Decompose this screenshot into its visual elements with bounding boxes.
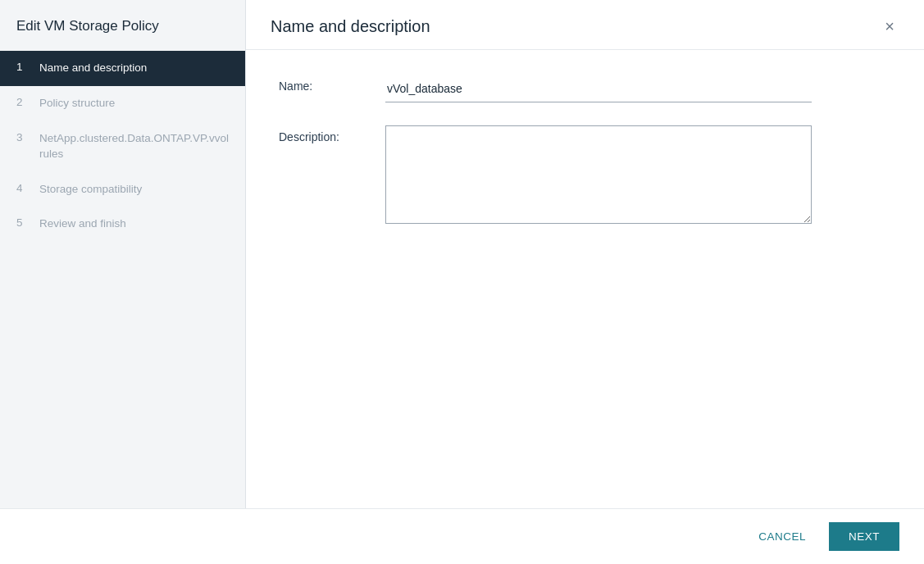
name-label: Name: <box>279 75 385 93</box>
form-area: Name: Description: <box>246 50 924 508</box>
step-2-label: Policy structure <box>39 96 115 111</box>
dialog-body: Edit VM Storage Policy 1 Name and descri… <box>0 0 924 508</box>
step-2-number: 2 <box>16 96 31 108</box>
step-4-number: 4 <box>16 182 31 194</box>
step-4-label: Storage compatibility <box>39 182 142 198</box>
step-5-number: 5 <box>16 216 31 229</box>
main-content: Name and description × Name: Description… <box>246 0 924 508</box>
description-label: Description: <box>279 125 385 143</box>
name-input[interactable] <box>385 75 812 102</box>
step-3-number: 3 <box>16 131 31 143</box>
step-3-label: NetApp.clustered.Data.ONTAP.VP.vvol rule… <box>39 131 229 162</box>
dialog-footer: CANCEL NEXT <box>0 508 924 564</box>
sidebar: Edit VM Storage Policy 1 Name and descri… <box>0 0 246 508</box>
step-1-number: 1 <box>16 61 31 73</box>
cancel-button[interactable]: CANCEL <box>745 524 819 549</box>
edit-vm-storage-policy-dialog: Edit VM Storage Policy 1 Name and descri… <box>0 0 924 564</box>
name-control-wrap <box>385 75 812 102</box>
description-control-wrap <box>385 125 812 226</box>
step-5-label: Review and finish <box>39 216 126 232</box>
main-section-title: Name and description <box>271 17 430 36</box>
sidebar-item-review-finish[interactable]: 5 Review and finish <box>0 207 245 242</box>
main-header: Name and description × <box>246 0 924 50</box>
step-1-label: Name and description <box>39 61 147 76</box>
name-form-row: Name: <box>279 75 891 102</box>
sidebar-item-name-description[interactable]: 1 Name and description <box>0 51 245 86</box>
sidebar-item-netapp-rules[interactable]: 3 NetApp.clustered.Data.ONTAP.VP.vvol ru… <box>0 121 245 172</box>
description-form-row: Description: <box>279 125 891 226</box>
next-button[interactable]: NEXT <box>829 522 899 551</box>
description-textarea[interactable] <box>385 125 812 224</box>
sidebar-item-storage-compatibility[interactable]: 4 Storage compatibility <box>0 172 245 207</box>
close-button[interactable]: × <box>880 16 899 36</box>
sidebar-item-policy-structure[interactable]: 2 Policy structure <box>0 86 245 121</box>
sidebar-title: Edit VM Storage Policy <box>0 0 245 51</box>
